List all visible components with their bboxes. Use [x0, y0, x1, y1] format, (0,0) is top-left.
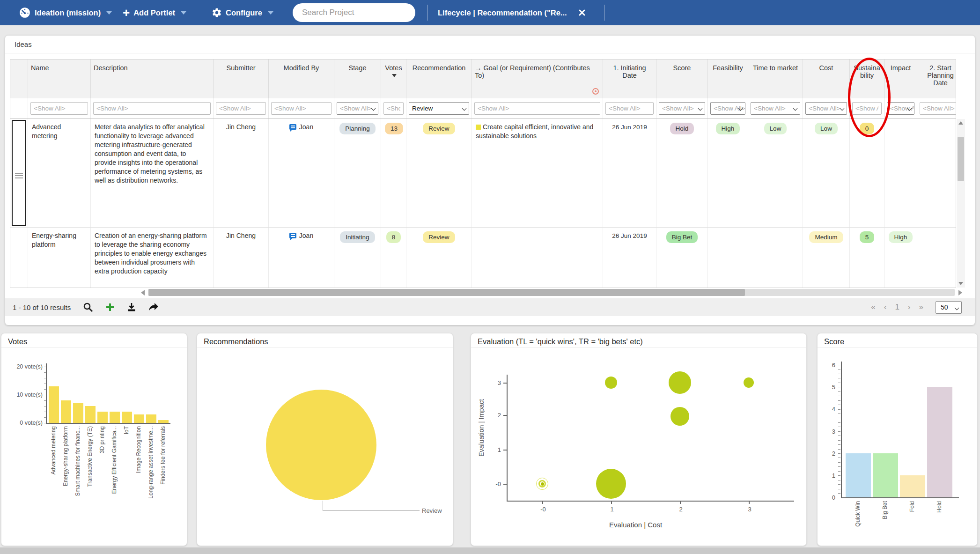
filter-select-feasibility[interactable]: <Show All>: [710, 102, 745, 115]
votes-bar[interactable]: [122, 412, 132, 423]
horizontal-scrollbar-track[interactable]: [148, 289, 955, 296]
goal-target-icon[interactable]: [592, 88, 599, 95]
next-page-button[interactable]: ›: [908, 303, 911, 312]
score-bar[interactable]: [927, 387, 952, 497]
column-header-modified_by[interactable]: Modified By: [269, 59, 334, 98]
separator: [604, 5, 604, 21]
votes-bar-cell: [157, 367, 169, 423]
scroll-left-icon[interactable]: [141, 290, 145, 295]
filter-cell-name: [28, 98, 91, 118]
score-bar[interactable]: [846, 453, 871, 497]
votes-bar[interactable]: [146, 414, 156, 423]
filter-input-modified_by[interactable]: [271, 102, 332, 115]
bubble-point[interactable]: [669, 371, 691, 394]
column-header-handle[interactable]: [10, 59, 28, 98]
score-bar[interactable]: [900, 475, 925, 497]
prev-page-button[interactable]: ‹: [884, 303, 887, 312]
filter-select-score[interactable]: <Show All>: [659, 102, 705, 115]
filter-select-stage[interactable]: <Show All>: [337, 102, 378, 115]
filter-input-name[interactable]: [30, 102, 88, 115]
votes-bar-cell: [84, 367, 96, 423]
last-page-button[interactable]: »: [919, 303, 923, 312]
filter-select-impact[interactable]: <Show All>: [887, 102, 914, 115]
votes-bar[interactable]: [134, 414, 144, 423]
column-header-feasibility[interactable]: Feasibility: [708, 59, 748, 98]
column-header-recommendation[interactable]: Recommendation: [406, 59, 472, 98]
share-button[interactable]: [148, 303, 159, 312]
comment-icon[interactable]: [289, 233, 296, 238]
scroll-down-icon[interactable]: [958, 282, 963, 285]
row-selection-box[interactable]: [12, 120, 26, 226]
add-idea-button[interactable]: [105, 303, 115, 312]
bubble-point[interactable]: [605, 377, 617, 389]
score-bar[interactable]: [873, 453, 898, 497]
tab-lifecycle-recommendation[interactable]: Lifecycle | Recommendation ("Re...: [438, 0, 586, 25]
column-header-cost[interactable]: Cost: [803, 59, 850, 98]
page-size-select[interactable]: 50: [936, 301, 962, 314]
search-button[interactable]: [83, 302, 93, 312]
votes-bar[interactable]: [97, 412, 108, 423]
table-row[interactable]: Advanced meteringMeter data analytics to…: [10, 119, 956, 228]
column-header-sustainability[interactable]: Sustainability: [850, 59, 884, 98]
chevron-down-icon: [462, 106, 467, 111]
column-header-start_planning_date[interactable]: 2. Start Planning Date: [917, 59, 956, 98]
scroll-right-icon[interactable]: [958, 290, 962, 295]
vertical-scrollbar-thumb[interactable]: [958, 137, 964, 181]
bubble-point[interactable]: [541, 482, 544, 486]
column-header-label: Modified By: [284, 64, 319, 72]
filter-select-cost[interactable]: <Show All>: [805, 102, 847, 115]
evaluation-y-axis: [507, 375, 508, 502]
bubble-point[interactable]: [744, 377, 754, 388]
filter-input-votes[interactable]: [383, 102, 404, 115]
filter-input-submitter[interactable]: [216, 102, 266, 115]
filter-select-recommendation[interactable]: Review: [409, 102, 469, 115]
first-page-button[interactable]: «: [871, 303, 875, 312]
column-header-score[interactable]: Score: [656, 59, 708, 98]
horizontal-scrollbar-thumb[interactable]: [148, 289, 745, 296]
horizontal-scrollbar[interactable]: [5, 289, 970, 297]
recommendations-chart-title: Recommendations: [197, 333, 453, 348]
export-button[interactable]: [127, 303, 136, 312]
column-header-description[interactable]: Description: [91, 59, 214, 98]
table-row[interactable]: Energy-sharing platformCreation of an en…: [10, 228, 956, 288]
filter-input-initiating_date[interactable]: [605, 102, 654, 115]
ideation-menu-button[interactable]: Ideation (mission): [19, 0, 112, 25]
votes-xtick: Finders fee for referrals: [157, 426, 169, 536]
configure-button[interactable]: Configure: [212, 0, 273, 25]
column-header-submitter[interactable]: Submitter: [214, 59, 269, 98]
votes-bar[interactable]: [49, 386, 59, 423]
filter-input-goal[interactable]: [474, 102, 600, 115]
votes-bar[interactable]: [110, 412, 120, 423]
vertical-scrollbar[interactable]: [957, 119, 965, 288]
filter-select-time_to_market[interactable]: <Show All>: [751, 102, 800, 115]
votes-bar[interactable]: [85, 406, 96, 423]
scroll-up-icon[interactable]: [958, 121, 963, 125]
bubble-point[interactable]: [596, 469, 626, 499]
filter-input-start_planning_date[interactable]: [920, 102, 956, 115]
close-icon[interactable]: [578, 9, 586, 16]
pie-slice-review[interactable]: [266, 390, 376, 500]
column-header-time_to_market[interactable]: Time to market: [748, 59, 803, 98]
column-header-stage[interactable]: Stage: [334, 59, 381, 98]
column-header-initiating_date[interactable]: 1. Initiating Date: [603, 59, 656, 98]
votes-bar[interactable]: [158, 420, 169, 423]
votes-bar[interactable]: [73, 403, 83, 423]
column-header-goal[interactable]: → Goal (or Requirement) (Contributes To): [472, 59, 603, 98]
comment-icon[interactable]: [289, 124, 296, 130]
drag-handle-icon[interactable]: [15, 173, 23, 174]
column-header-label: Impact: [891, 64, 911, 72]
votes-sort-icon[interactable]: [392, 74, 397, 77]
votes-bar[interactable]: [61, 400, 71, 423]
cell-time_to_market: [748, 228, 803, 288]
filter-input-sustainability[interactable]: [852, 102, 882, 115]
column-header-impact[interactable]: Impact: [884, 59, 917, 98]
search-input[interactable]: [302, 8, 406, 17]
column-header-label: Recommendation: [413, 64, 466, 72]
column-header-name[interactable]: Name: [28, 59, 91, 98]
add-portlet-button[interactable]: + Add Portlet: [123, 0, 186, 25]
filter-input-description[interactable]: [93, 102, 211, 115]
bubble-point[interactable]: [671, 407, 689, 426]
modified-by-value: Joan: [299, 232, 313, 239]
column-header-votes[interactable]: Votes: [381, 59, 406, 98]
filter-cell-time_to_market: <Show All>: [748, 98, 803, 118]
